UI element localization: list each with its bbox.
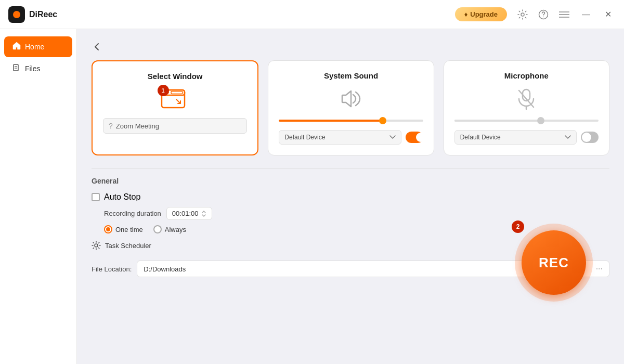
- radio-one-time-dot: [106, 227, 110, 231]
- slider-thumb[interactable]: [379, 117, 386, 124]
- cards-row: Select Window 1: [92, 60, 609, 155]
- duration-input[interactable]: 00:01:00: [166, 207, 213, 220]
- auto-stop-checkbox[interactable]: [92, 193, 100, 201]
- sidebar-home-label: Home: [25, 43, 44, 51]
- main-content: Select Window 1: [77, 29, 624, 364]
- svg-point-2: [543, 16, 544, 17]
- system-sound-toggle[interactable]: [406, 132, 423, 143]
- speaker-icon: [336, 86, 366, 111]
- microphone-toggle[interactable]: [581, 132, 599, 143]
- file-path-value: D:/Downloads: [144, 265, 186, 273]
- microphone-device-select[interactable]: Default Device: [454, 130, 577, 145]
- rec-label: REC: [539, 255, 569, 271]
- title-bar: DiReec ♦ Upgrade: [0, 0, 624, 29]
- logo-icon: [8, 6, 25, 23]
- stepper-icon[interactable]: [201, 210, 206, 217]
- recording-duration-row: Recording duration 00:01:00: [92, 207, 609, 220]
- recording-duration-label: Recording duration: [104, 210, 161, 217]
- rec-button-container: 2 REC: [515, 224, 593, 302]
- card-badge-1: 1: [158, 85, 169, 96]
- slider-fill: [279, 120, 383, 122]
- radio-always-label: Always: [165, 226, 186, 233]
- task-scheduler-label[interactable]: Task Scheduler: [105, 242, 151, 250]
- settings-icon-button[interactable]: [515, 7, 530, 22]
- microphone-card[interactable]: Microphone: [444, 60, 609, 155]
- minimize-button[interactable]: —: [578, 8, 594, 21]
- mic-toggle-knob: [582, 133, 591, 142]
- sidebar: Home Files: [0, 29, 77, 364]
- toggle-knob: [416, 133, 425, 142]
- window-select-input[interactable]: ? Zoom Meeting: [103, 118, 247, 134]
- system-sound-title: System Sound: [324, 71, 378, 80]
- mic-chevron-down-icon: [565, 135, 571, 139]
- auto-stop-row: Auto Stop: [92, 192, 609, 202]
- help-icon-button[interactable]: [536, 7, 551, 22]
- select-window-title: Select Window: [148, 72, 203, 81]
- sidebar-item-files[interactable]: Files: [4, 58, 72, 79]
- auto-stop-label: Auto Stop: [104, 192, 140, 202]
- chevron-down-icon: [389, 135, 396, 139]
- window-select-value: Zoom Meeting: [116, 122, 159, 130]
- upgrade-icon: ♦: [464, 10, 468, 18]
- svg-rect-6: [14, 64, 18, 71]
- files-icon: [12, 63, 21, 74]
- general-section-title: General: [92, 177, 609, 185]
- window-card-body: 1 ? Zoom Meeting: [103, 87, 247, 134]
- rec-button-outer-ring: 2 REC: [515, 224, 593, 302]
- mic-slider-thumb[interactable]: [537, 117, 544, 124]
- sidebar-files-label: Files: [25, 64, 41, 73]
- rec-button[interactable]: REC: [522, 230, 586, 295]
- upgrade-button[interactable]: ♦ Upgrade: [455, 7, 507, 21]
- radio-one-time-circle: [104, 225, 112, 233]
- radio-always[interactable]: Always: [153, 225, 186, 233]
- duration-value: 00:01:00: [172, 210, 199, 217]
- slider-track: [279, 120, 423, 122]
- logo-inner-dot: [13, 11, 20, 18]
- main-layout: Home Files: [0, 29, 624, 364]
- mic-slider-fill: [454, 120, 541, 122]
- close-button[interactable]: ✕: [601, 7, 616, 21]
- file-path-dots[interactable]: ···: [596, 264, 603, 274]
- app-window: DiReec ♦ Upgrade: [0, 0, 624, 364]
- svg-rect-13: [171, 92, 183, 94]
- home-icon: [12, 42, 21, 52]
- select-window-card[interactable]: Select Window 1: [92, 60, 258, 155]
- section-divider: [92, 168, 609, 168]
- upgrade-label: Upgrade: [470, 10, 498, 18]
- file-location-label: File Location:: [92, 265, 132, 273]
- microphone-icon: [514, 86, 539, 111]
- system-sound-slider[interactable]: [279, 118, 423, 124]
- microphone-title: Microphone: [504, 71, 549, 80]
- svg-point-17: [95, 244, 98, 247]
- question-icon: ?: [109, 122, 113, 130]
- system-sound-device-select[interactable]: Default Device: [279, 130, 401, 145]
- back-button[interactable]: [92, 42, 102, 52]
- radio-one-time[interactable]: One time: [104, 225, 143, 233]
- menu-icon-button[interactable]: [557, 7, 571, 22]
- system-sound-device-label: Default Device: [284, 134, 325, 141]
- svg-point-0: [521, 13, 524, 16]
- title-bar-actions: — ✕: [515, 7, 616, 22]
- rec-badge: 2: [512, 220, 524, 233]
- gear-icon: [92, 241, 101, 250]
- app-logo: DiReec: [8, 6, 57, 23]
- mic-slider-track: [454, 120, 599, 122]
- radio-one-time-label: One time: [115, 226, 143, 233]
- microphone-slider[interactable]: [454, 118, 599, 124]
- radio-always-circle: [153, 225, 162, 233]
- system-sound-card[interactable]: System Sound Default De: [268, 60, 434, 155]
- microphone-device-label: Default Device: [460, 134, 501, 141]
- sidebar-item-home[interactable]: Home: [4, 36, 72, 57]
- app-name: DiReec: [29, 10, 57, 19]
